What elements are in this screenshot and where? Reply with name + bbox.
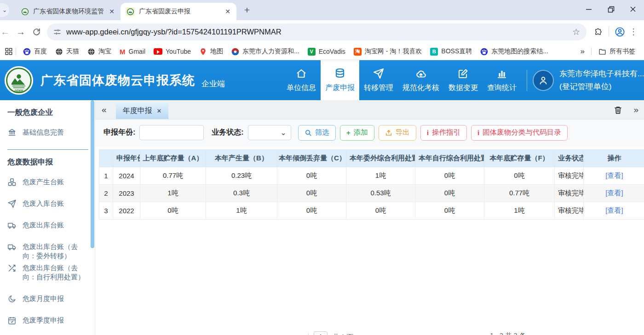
export-button[interactable]: 导出 bbox=[379, 125, 416, 141]
close-window-icon[interactable] bbox=[622, 0, 644, 18]
bar-chart-icon bbox=[496, 68, 507, 79]
bookmark-tmall[interactable]: 天猫 bbox=[51, 47, 83, 56]
bookmark-star-icon[interactable]: ☆ bbox=[572, 27, 580, 37]
folder-icon bbox=[598, 48, 606, 56]
restore-icon[interactable] bbox=[600, 0, 622, 18]
main-content: « 年度申报 ✕ » 申报年份: 业务状态: ⌄ 筛选 bbox=[95, 100, 644, 335]
browser-tab-1[interactable]: 广东省固体废物环境监管信息平 ✕ bbox=[16, 3, 121, 20]
nav-standard-check[interactable]: 规范化考核 bbox=[398, 60, 444, 100]
table-row: 3 2022 0吨 1吨 0吨 0吨 0吨 1吨 审核完毕 [查看] bbox=[99, 202, 644, 220]
tab-annual-declare[interactable]: 年度申报 ✕ bbox=[116, 102, 169, 119]
gmail-icon: M bbox=[120, 48, 126, 56]
profile-avatar-icon[interactable] bbox=[612, 24, 627, 40]
tab2-favicon bbox=[126, 7, 135, 16]
bookmarks-overflow-icon[interactable]: » bbox=[577, 47, 588, 56]
sidebar: 一般危废企业 基础信息完善 危废数据申报 危废产生台账 危废入库台账 危废出库台… bbox=[0, 100, 95, 335]
sidebar-item-basic-info[interactable]: 基础信息完善 bbox=[7, 128, 95, 137]
user-avatar[interactable] bbox=[533, 70, 554, 91]
year-filter-label: 申报年份: bbox=[104, 128, 135, 137]
add-button[interactable]: + 添加 bbox=[340, 125, 374, 141]
chrome-menu-icon[interactable]: ⋮ bbox=[627, 27, 639, 37]
export-icon bbox=[385, 129, 392, 136]
tab1-favicon bbox=[21, 8, 29, 16]
bookmark-dg-hr[interactable]: 东莞市人力资源和... bbox=[227, 47, 304, 56]
bookmark-taobao-site[interactable]: 淘 淘宝网 - 淘！我喜欢 bbox=[350, 47, 426, 56]
globe-icon bbox=[87, 48, 95, 56]
sidebar-item-outbound-self[interactable]: 危废出库台账（去向：自行利用处置） bbox=[7, 263, 95, 282]
tab-search-button[interactable]: ⌄ bbox=[0, 3, 9, 17]
nav-waste-declare[interactable]: 产废申报 bbox=[321, 60, 359, 100]
sidebar-item-monthly[interactable]: 危废月度申报 bbox=[7, 294, 95, 303]
tab2-close-icon[interactable]: ✕ bbox=[224, 8, 232, 15]
status-filter-select[interactable]: ⌄ bbox=[248, 125, 291, 140]
ecovadis-icon: V bbox=[308, 48, 316, 56]
sidebar-item-outbound-external[interactable]: 危废出库台账（去向：委外转移） bbox=[7, 242, 95, 261]
bookmark-ecovadis[interactable]: V EcoVadis bbox=[304, 48, 350, 56]
collapse-tabs-icon[interactable]: « bbox=[102, 105, 107, 115]
bookmark-boss[interactable]: B BOSS直聘 bbox=[426, 47, 476, 56]
bookmark-maps[interactable]: 地图 bbox=[195, 47, 227, 56]
extensions-icon[interactable] bbox=[590, 24, 606, 40]
minimize-icon[interactable] bbox=[578, 0, 600, 18]
browser-tab-2-active[interactable]: 广东省固废云申报 ✕ bbox=[121, 3, 236, 20]
waste-catalog-button[interactable]: i 固体废物分类与代码目录 bbox=[471, 125, 568, 141]
user-icon bbox=[538, 75, 549, 86]
tab1-close-icon[interactable]: ✕ bbox=[108, 8, 116, 15]
gdee-logo: GDEE bbox=[4, 65, 34, 96]
sidebar-item-quarterly[interactable]: 危废季度申报 bbox=[7, 316, 95, 325]
back-icon[interactable]: ← bbox=[0, 24, 13, 40]
app-header: GDEE 广东省固体废物云申报系统 企业端 单位信息 产废申报 转移管理 规范化… bbox=[0, 60, 644, 100]
nav-data-change[interactable]: 数据变更 bbox=[444, 60, 483, 100]
trash-icon[interactable] bbox=[614, 106, 622, 114]
page-next-button[interactable]: › bbox=[358, 334, 361, 335]
nav-query-stats[interactable]: 查询统计 bbox=[483, 60, 521, 100]
apps-grid-icon[interactable] bbox=[5, 47, 13, 56]
home-icon bbox=[296, 68, 307, 79]
reload-icon[interactable] bbox=[29, 24, 44, 40]
sidebar-divider bbox=[7, 149, 88, 150]
nav-unit-info[interactable]: 单位信息 bbox=[282, 60, 321, 100]
status-badge: 审核完毕 bbox=[555, 167, 584, 185]
guide-button[interactable]: i 操作指引 bbox=[420, 125, 467, 141]
sidebar-item-waste-outbound[interactable]: 危废出库台账 bbox=[7, 221, 95, 230]
sidebar-item-waste-generate[interactable]: 危废产生台账 bbox=[7, 177, 95, 187]
plus-icon: + bbox=[346, 129, 351, 137]
bookmark-gmail[interactable]: M Gmail bbox=[115, 48, 150, 56]
sidebar-scrollbar[interactable] bbox=[91, 100, 94, 248]
page-prev-button[interactable]: ‹ bbox=[301, 334, 303, 335]
forward-icon[interactable]: → bbox=[13, 24, 29, 40]
view-link[interactable]: [查看] bbox=[605, 206, 623, 214]
omnibox[interactable]: www-app.gdeei.cn/gfjgqy-ysb/?id=15754241… bbox=[47, 23, 586, 40]
send-icon bbox=[7, 199, 17, 208]
bookmark-taobao[interactable]: 淘宝 bbox=[83, 47, 115, 56]
site-settings-icon[interactable] bbox=[53, 28, 61, 36]
all-bookmarks[interactable]: 所有书签 bbox=[594, 47, 639, 56]
taobao-icon: 淘 bbox=[354, 48, 362, 56]
bookmark-youtube[interactable]: YouTube bbox=[150, 48, 195, 55]
svg-text:GDEE: GDEE bbox=[15, 89, 23, 92]
view-link[interactable]: [查看] bbox=[605, 189, 623, 197]
page-first-button[interactable]: « bbox=[292, 334, 296, 335]
nav-transfer[interactable]: 转移管理 bbox=[359, 60, 398, 100]
page-last-button[interactable]: » bbox=[366, 334, 369, 335]
table-header-row: 申报年份 上年底贮存量（A） 本年产生量（B） 本年倾倒丢弃量（C） 本年委外综… bbox=[99, 150, 644, 167]
url-text[interactable]: www-app.gdeei.cn/gfjgqy-ysb/?id=15754241… bbox=[66, 28, 567, 36]
annual-declare-table: 申报年份 上年底贮存量（A） 本年产生量（B） 本年倾倒丢弃量（C） 本年委外综… bbox=[95, 146, 644, 220]
tab-close-icon[interactable]: ✕ bbox=[157, 108, 162, 114]
filter-button[interactable]: 筛选 bbox=[298, 125, 336, 141]
table-row: 1 2024 0.77吨 0.23吨 0吨 1吨 0吨 0吨 审核完毕 [查看] bbox=[99, 167, 644, 185]
baidu-paw-icon bbox=[23, 48, 31, 56]
cubes-icon bbox=[7, 177, 17, 187]
new-tab-button[interactable]: + bbox=[240, 3, 254, 17]
map-pin-icon bbox=[199, 48, 207, 56]
year-filter-input[interactable] bbox=[139, 125, 204, 140]
filter-bar: 申报年份: 业务状态: ⌄ 筛选 + 添加 导出 i bbox=[95, 119, 644, 146]
sidebar-item-waste-inbound[interactable]: 危废入库台账 bbox=[7, 199, 95, 208]
bookmark-baidu[interactable]: 百度 bbox=[19, 47, 51, 56]
view-link[interactable]: [查看] bbox=[605, 171, 623, 179]
browser-tabstrip: ⌄ 广东省固体废物环境监管信息平 ✕ 广东省固废云申报 ✕ + bbox=[0, 0, 644, 20]
expand-tabs-icon[interactable]: » bbox=[633, 105, 638, 115]
page-number-input[interactable]: 1 bbox=[314, 331, 328, 335]
user-block[interactable]: 东莞市华泽电子科技有... (登记管理单位) bbox=[554, 68, 644, 93]
bookmark-dg-map[interactable]: 东莞地图的搜索结... bbox=[476, 47, 552, 56]
